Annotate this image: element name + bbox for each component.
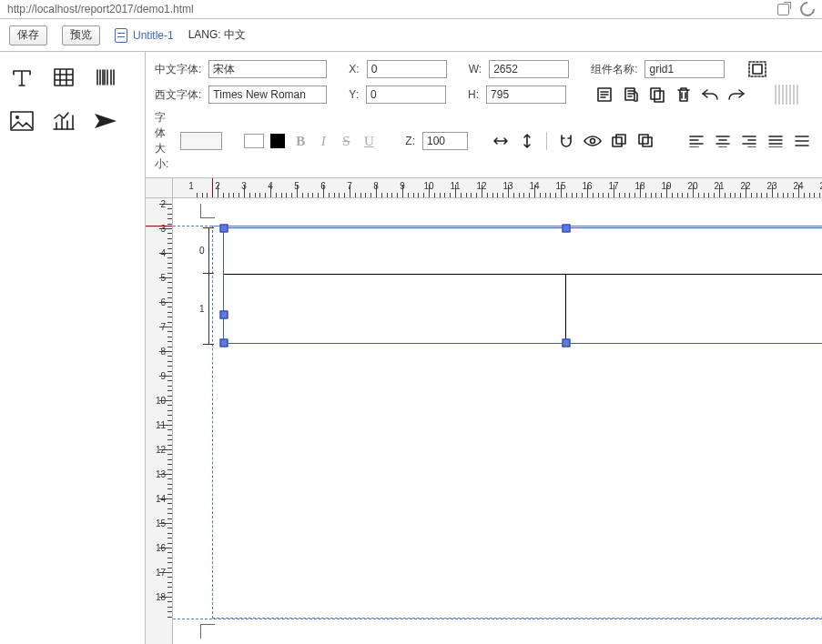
svg-rect-7 — [655, 91, 664, 102]
component-name-input[interactable] — [644, 60, 725, 78]
copy-icon[interactable] — [646, 85, 668, 105]
chart-tool[interactable] — [51, 108, 76, 134]
properties-panel: 中文字体: X: W: 组件名称: — [146, 52, 822, 178]
grid-component[interactable] — [223, 227, 822, 344]
address-text: http://localhost/report2017/demo1.html — [7, 3, 194, 15]
ruler-corner — [146, 178, 173, 198]
barcode-ghost-icon — [775, 85, 800, 105]
font-cn-input[interactable] — [208, 60, 327, 78]
crop-mark — [200, 624, 215, 639]
grid-row-line — [224, 274, 822, 275]
y-label: Y: — [349, 88, 359, 101]
z-label: Z: — [405, 135, 415, 147]
tool-palette — [0, 52, 146, 644]
svg-point-8 — [591, 139, 595, 144]
strike-button[interactable]: S — [337, 132, 355, 150]
handle-sw[interactable] — [220, 339, 228, 347]
h-input[interactable] — [486, 86, 566, 104]
svg-rect-3 — [753, 65, 762, 74]
save-button[interactable]: 保存 — [9, 25, 47, 45]
font-cn-label: 中文字体: — [155, 62, 201, 77]
transform-actions — [490, 131, 656, 151]
layer-backward-icon[interactable] — [634, 131, 656, 151]
resize-horizontal-icon[interactable] — [490, 131, 512, 151]
visibility-icon[interactable] — [582, 131, 604, 151]
crop-mark — [200, 204, 215, 218]
align-actions — [685, 131, 813, 151]
fill-color-swatch[interactable] — [270, 134, 285, 148]
magnet-icon[interactable] — [555, 131, 577, 151]
text-tool[interactable] — [9, 65, 35, 90]
font-en-input[interactable] — [208, 86, 327, 104]
send-tool[interactable] — [93, 108, 118, 134]
align-left-icon[interactable] — [685, 131, 707, 151]
component-name-label: 组件名称: — [591, 62, 637, 77]
document-actions — [594, 85, 747, 105]
resize-vertical-icon[interactable] — [516, 131, 538, 151]
h-label: H: — [468, 88, 479, 101]
clipboard-icon[interactable] — [620, 85, 642, 105]
properties-icon[interactable] — [594, 85, 615, 105]
align-right-icon[interactable] — [738, 131, 760, 151]
band-guide-bottom — [173, 619, 822, 619]
w-input[interactable] — [489, 60, 569, 78]
italic-button[interactable]: I — [314, 132, 332, 150]
top-toolbar: 保存 预览 Untitle-1 LANG: 中文 — [0, 19, 822, 52]
page[interactable]: 0 1 — [173, 198, 822, 644]
ruler-horizontal: 1234567891011121314151617181920212223242… — [173, 178, 822, 198]
handle-w[interactable] — [220, 310, 228, 318]
preview-button[interactable]: 预览 — [62, 25, 100, 45]
address-bar: http://localhost/report2017/demo1.html — [0, 0, 822, 18]
window-fullscreen-icon[interactable] — [777, 4, 789, 15]
svg-rect-6 — [651, 88, 660, 99]
barcode-tool[interactable] — [93, 65, 118, 90]
grid-tool[interactable] — [51, 65, 76, 90]
grid-col-line — [565, 274, 566, 345]
handle-s[interactable] — [563, 339, 571, 347]
x-input[interactable] — [367, 60, 447, 78]
image-tool[interactable] — [9, 108, 35, 134]
handle-n[interactable] — [563, 225, 571, 233]
undo-icon[interactable] — [699, 85, 721, 105]
svg-rect-11 — [643, 137, 652, 146]
handle-nw[interactable] — [220, 225, 228, 233]
z-input[interactable] — [422, 132, 468, 150]
redo-icon[interactable] — [726, 85, 747, 105]
reload-icon[interactable] — [797, 0, 818, 19]
svg-rect-0 — [11, 112, 33, 130]
language-value: 中文 — [224, 28, 246, 41]
border-color-swatch[interactable] — [244, 134, 264, 148]
y-input[interactable] — [366, 86, 446, 104]
font-en-label: 西文字体: — [155, 87, 201, 103]
w-label: W: — [469, 63, 482, 75]
page-setup-icon[interactable] — [746, 59, 768, 79]
ruler-vertical: 23456789101112131415161718 — [146, 198, 173, 644]
svg-rect-9 — [613, 137, 622, 146]
document-tab[interactable]: Untitle-1 — [115, 28, 174, 43]
font-size-label: 字体大小: — [155, 110, 173, 172]
language-indicator: LANG: 中文 — [188, 27, 246, 43]
underline-button[interactable]: U — [360, 132, 378, 150]
language-label: LANG: — [188, 28, 221, 41]
document-icon — [115, 28, 127, 43]
design-canvas[interactable]: 1234567891011121314151617181920212223242… — [146, 178, 822, 644]
svg-point-1 — [15, 116, 19, 119]
svg-rect-10 — [616, 135, 625, 144]
layer-forward-icon[interactable] — [608, 131, 630, 151]
x-label: X: — [349, 63, 359, 75]
align-center-icon[interactable] — [712, 131, 734, 151]
bold-button[interactable]: B — [291, 132, 310, 150]
align-justify-icon[interactable] — [765, 131, 786, 151]
svg-rect-12 — [639, 135, 648, 144]
font-size-input[interactable] — [180, 132, 222, 150]
align-distribute-icon[interactable] — [791, 131, 813, 151]
delete-icon[interactable] — [673, 85, 695, 105]
band-guide-top — [173, 226, 822, 226]
document-title: Untitle-1 — [133, 29, 174, 42]
